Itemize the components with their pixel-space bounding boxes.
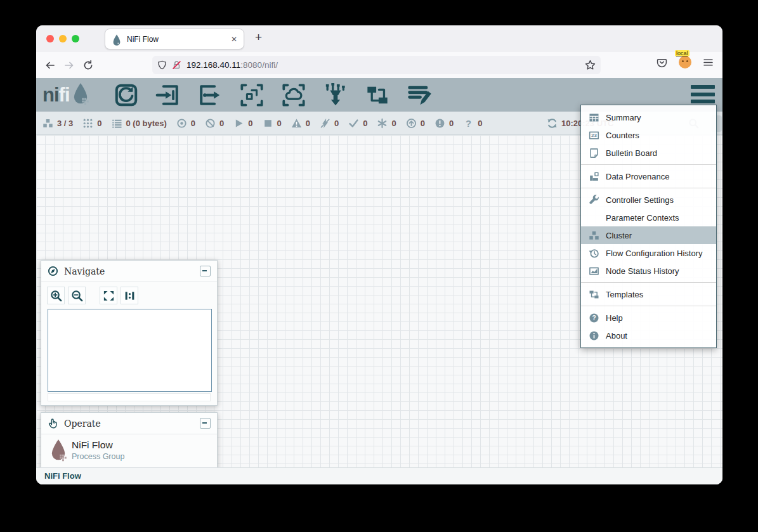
navigate-collapse-button[interactable] — [200, 266, 211, 276]
ring-icon — [176, 118, 187, 129]
zoom-window-button[interactable] — [72, 35, 79, 42]
asterisk-icon — [377, 118, 388, 129]
chart-icon — [589, 266, 599, 276]
status-locally-modified-and-stale: 0 — [435, 118, 454, 129]
svg-text:?: ? — [466, 119, 471, 129]
input-port-icon[interactable] — [155, 83, 181, 107]
menu-item-cluster[interactable]: Cluster — [581, 226, 716, 244]
menu-item-parameter-contexts[interactable]: Parameter Contexts — [581, 209, 716, 226]
tab-close-icon[interactable]: ✕ — [231, 35, 237, 44]
toolbar-right: local — [657, 56, 714, 68]
logo-text-light: fi — [59, 84, 70, 107]
menu-item-summary[interactable]: Summary — [581, 108, 716, 126]
table-icon — [589, 112, 599, 123]
operate-collapse-button[interactable] — [200, 418, 211, 429]
navigate-title: Navigate — [64, 266, 200, 276]
shield-icon[interactable] — [157, 60, 167, 70]
menu-item-about[interactable]: About — [581, 327, 716, 344]
menu-item-label: Templates — [606, 290, 643, 299]
selected-flow-name: NiFi Flow — [72, 439, 113, 451]
ring-slash-icon — [205, 118, 216, 129]
refresh-icon[interactable] — [547, 118, 558, 129]
label-icon[interactable] — [407, 83, 432, 107]
remote-process-group-icon[interactable] — [281, 83, 306, 107]
menu-item-label: Cluster — [606, 231, 632, 240]
nifi-favicon — [112, 34, 122, 44]
browser-tab[interactable]: NiFi Flow ✕ — [105, 29, 244, 49]
status-stale: 0 — [406, 118, 425, 129]
back-icon[interactable] — [45, 60, 55, 70]
minimize-window-button[interactable] — [59, 35, 67, 42]
status-stale-count: 0 — [421, 119, 425, 128]
status-up-to-date: 0 — [348, 118, 367, 129]
menu-item-data-provenance[interactable]: Data Provenance — [581, 167, 716, 185]
menu-item-node-status-history[interactable]: Node Status History — [581, 262, 716, 280]
bolt-slash-icon — [320, 118, 330, 129]
zoom-fit-button[interactable] — [100, 287, 117, 304]
reload-icon[interactable] — [83, 60, 93, 70]
status-sync-failure: ?0 — [463, 118, 482, 129]
global-menu-button[interactable] — [691, 85, 715, 103]
breadcrumb-bar: NiFi Flow — [36, 467, 722, 484]
menu-divider — [581, 164, 716, 165]
menu-item-bulletin-board[interactable]: Bulletin Board — [581, 144, 716, 162]
status-stopped-count: 0 — [277, 119, 282, 128]
menu-item-label: Flow Configuration History — [606, 249, 702, 258]
cubes-icon — [42, 118, 53, 129]
new-tab-button[interactable]: + — [255, 30, 262, 44]
status-transmitting: 0 — [176, 118, 195, 129]
funnel-icon[interactable] — [323, 83, 348, 107]
status-queued: 0 (0 bytes) — [112, 118, 167, 129]
svg-text:?: ? — [592, 315, 596, 321]
insecure-lock-icon[interactable] — [172, 60, 181, 70]
zoom-out-button[interactable] — [68, 287, 86, 304]
birdseye-minimap[interactable] — [48, 309, 212, 392]
status-connected-nodes: 3 / 3 — [42, 118, 73, 129]
status-not-transmitting-count: 0 — [219, 119, 224, 128]
excl-circle-icon — [435, 118, 445, 129]
stop-icon — [263, 118, 273, 129]
navigate-panel: Navigate — [41, 260, 218, 406]
breadcrumb[interactable]: NiFi Flow — [44, 468, 81, 484]
status-transmitting-count: 0 — [191, 119, 195, 128]
flow-icon — [589, 289, 599, 300]
menu-item-flow-configuration-history[interactable]: Flow Configuration History — [581, 244, 716, 262]
svg-text:23: 23 — [591, 133, 597, 138]
menu-item-label: Controller Settings — [606, 195, 674, 205]
nifi-drop-icon — [71, 82, 90, 107]
minimap-footer — [48, 393, 211, 401]
menu-divider — [581, 188, 716, 188]
zoom-actual-button[interactable] — [121, 287, 138, 304]
output-port-icon[interactable] — [197, 83, 223, 107]
status-not-transmitting: 0 — [205, 118, 224, 129]
status-invalid-count: 0 — [306, 119, 310, 128]
navigate-header: Navigate — [41, 261, 217, 282]
url-bar[interactable]: 192.168.40.11:8080/nifi/ — [152, 56, 601, 74]
menu-item-help[interactable]: ?Help — [581, 309, 716, 327]
processor-icon[interactable] — [114, 83, 139, 107]
menu-divider — [581, 306, 716, 306]
menu-item-label: Bulletin Board — [606, 148, 657, 158]
component-toolbar — [114, 82, 432, 108]
up-circle-icon — [406, 118, 417, 129]
menu-item-label: Node Status History — [606, 266, 679, 276]
window-controls — [46, 35, 79, 42]
menu-item-label: Counters — [606, 131, 639, 140]
status-locally-modified-count: 0 — [391, 119, 396, 128]
zoom-in-button[interactable] — [47, 287, 65, 304]
menu-item-controller-settings[interactable]: Controller Settings — [581, 191, 716, 209]
pocket-icon[interactable] — [657, 57, 667, 68]
menu-item-counters[interactable]: 23Counters — [581, 126, 716, 144]
operate-header: Operate — [41, 413, 217, 434]
status-invalid: 0 — [291, 118, 310, 129]
check-icon — [348, 118, 359, 129]
menu-item-templates[interactable]: Templates — [581, 285, 716, 303]
process-group-icon[interactable] — [239, 83, 265, 107]
bookmark-star-icon[interactable] — [585, 60, 596, 70]
app-menu-icon[interactable] — [703, 57, 714, 68]
template-icon[interactable] — [365, 83, 390, 107]
profile-avatar[interactable]: local — [679, 56, 691, 68]
forward-icon[interactable] — [64, 60, 74, 70]
close-window-button[interactable] — [46, 35, 54, 42]
blank-icon — [589, 212, 599, 223]
